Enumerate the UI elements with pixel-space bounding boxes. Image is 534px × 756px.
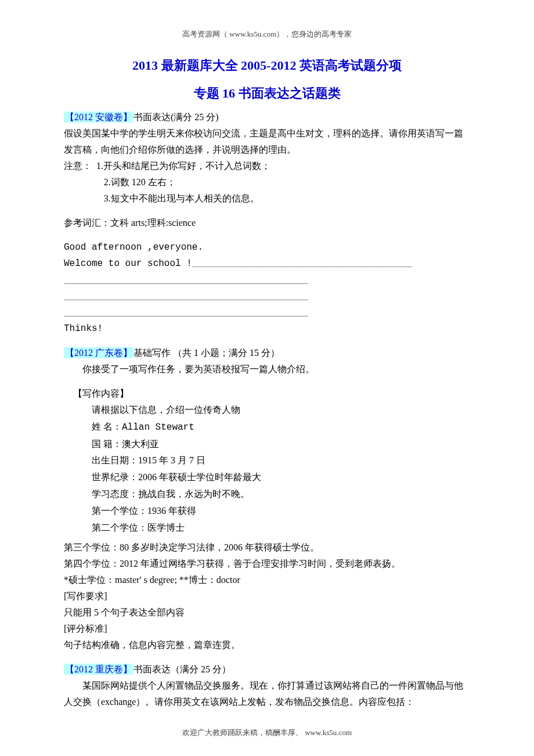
reference-vocab: 参考词汇：文科 arts;理科:science xyxy=(64,215,470,231)
content-intro: 请根据以下信息，介绍一位传奇人物 xyxy=(92,402,470,419)
row-degree2: 第二个学位：医学博士 xyxy=(92,520,470,537)
anhui-tag: 【2012 安徽卷】 xyxy=(64,111,134,123)
chongqing-section: 【2012 重庆卷】书面表达（满分 25 分） 某国际网站提供个人闲置物品交换服… xyxy=(64,661,470,710)
guangdong-section: 【2012 广东卷】基础写作 （共 1 小题；满分 15 分） 你接受了一项写作… xyxy=(64,345,470,653)
chongqing-tag: 【2012 重庆卷】 xyxy=(64,664,134,675)
row-degree1: 第一个学位：1936 年获得 xyxy=(92,503,470,520)
req-label: [写作要求] xyxy=(64,588,470,604)
row-dob: 出生日期：1915 年 3 月 7 日 xyxy=(92,452,470,469)
guangdong-intro: 你接受了一项写作任务，要为英语校报写一篇人物介绍。 xyxy=(64,361,470,377)
essay-thanks: Thinks! xyxy=(64,321,470,337)
note-2: 2.词数 120 左右； xyxy=(64,174,470,190)
blank-line: ________________________________________… xyxy=(64,288,470,304)
blank-line: ________________________________________… xyxy=(64,272,470,288)
chongqing-head: 书面表达（满分 25 分） xyxy=(134,664,231,674)
anhui-notes: 注意： 1.开头和结尾已为你写好，不计入总词数； xyxy=(64,158,470,174)
guangdong-tag: 【2012 广东卷】 xyxy=(64,347,134,358)
row-record: 世界纪录：2006 年获硕士学位时年龄最大 xyxy=(92,469,470,486)
glossary: *硕士学位：master' s degree; **博士：doctor xyxy=(64,572,470,588)
content-label: 【写作内容】 xyxy=(64,386,470,402)
req-text: 只能用 5 个句子表达全部内容 xyxy=(64,604,470,621)
row-degree3: 第三个学位：80 多岁时决定学习法律，2006 年获得硕士学位。 xyxy=(64,539,470,556)
anhui-heading: 【2012 安徽卷】书面表达(满分 25 分) xyxy=(64,109,470,125)
essay-line1: Good afternoon ,everyone. xyxy=(64,239,470,255)
anhui-section: 【2012 安徽卷】书面表达(满分 25 分) 假设美国某中学的学生明天来你校访… xyxy=(64,109,470,337)
score-text: 句子结构准确，信息内容完整，篇章连贯。 xyxy=(64,637,470,653)
essay-line2: Welcome to our school !_________________… xyxy=(64,255,470,272)
page-footer: 欢迎广大教师踊跃来稿，稿酬丰厚。 www.ks5u.com xyxy=(64,728,470,738)
main-title-line2: 专题 16 书面表达之话题类 xyxy=(64,85,470,102)
chongqing-heading: 【2012 重庆卷】书面表达（满分 25 分） xyxy=(64,661,470,678)
content-block: 请根据以下信息，介绍一位传奇人物 姓 名：Allan Stewart 国 籍：澳… xyxy=(64,402,470,536)
note-label: 注意： xyxy=(64,161,92,171)
row-degree4: 第四个学位：2012 年通过网络学习获得，善于合理安排学习时间，受到老师表扬。 xyxy=(64,556,470,572)
score-label: [评分标准] xyxy=(64,621,470,637)
note-3: 3.短文中不能出现与本人相关的信息。 xyxy=(64,190,470,207)
blank-line: ________________________________________… xyxy=(64,304,470,321)
chongqing-prompt: 某国际网站提供个人闲置物品交换服务。现在，你打算通过该网站将自己的一件闲置物品与… xyxy=(64,678,470,710)
page-header: 高考资源网（ www.ks5u.com），您身边的高考专家 xyxy=(64,29,470,39)
anhui-prompt: 假设美国某中学的学生明天来你校访问交流，主题是高中生对文，理科的选择。请你用英语… xyxy=(64,125,470,158)
main-title-line1: 2013 最新题库大全 2005-2012 英语高考试题分项 xyxy=(64,57,470,74)
row-name: 姓 名：Allan Stewart xyxy=(92,419,470,436)
note-1: 1.开头和结尾已为你写好，不计入总词数； xyxy=(96,161,270,171)
document-page: 高考资源网（ www.ks5u.com），您身边的高考专家 2013 最新题库大… xyxy=(0,0,534,755)
guangdong-head: 基础写作 （共 1 小题；满分 15 分） xyxy=(134,348,280,358)
row-attitude: 学习态度：挑战自我，永远为时不晚。 xyxy=(92,486,470,503)
row-nationality: 国 籍：澳大利亚 xyxy=(92,436,470,453)
guangdong-heading: 【2012 广东卷】基础写作 （共 1 小题；满分 15 分） xyxy=(64,345,470,361)
anhui-head: 书面表达(满分 25 分) xyxy=(134,112,219,122)
